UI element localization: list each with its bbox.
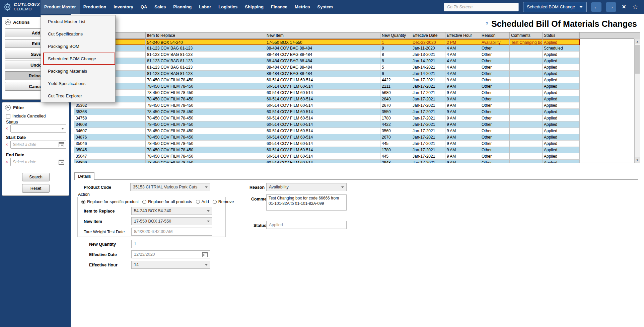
- clear-status-icon[interactable]: ×: [5, 126, 9, 131]
- cell-new-quantity[interactable]: 3560: [380, 128, 411, 134]
- cell-new-item[interactable]: 88-484 COV BAG 88-484: [265, 45, 380, 52]
- cell-reason[interactable]: Other: [480, 83, 510, 90]
- cell-id[interactable]: 35046: [74, 141, 146, 147]
- column-header-effective-hour[interactable]: Effective Hour: [445, 32, 480, 39]
- cell-effective-date[interactable]: Jan-14-2021: [411, 71, 445, 77]
- collapse-chevron-icon[interactable]: [5, 19, 11, 25]
- cell-effective-hour[interactable]: 9 AM: [445, 83, 480, 90]
- topnav-item-shipping[interactable]: Shipping: [241, 0, 267, 14]
- column-header-comments[interactable]: Comments: [510, 32, 543, 39]
- cell-id[interactable]: 34608: [74, 121, 146, 128]
- cell-reason[interactable]: Other: [480, 96, 510, 102]
- grid-vertical-scrollbar[interactable]: ▲ ▼: [634, 39, 640, 163]
- cell-effective-hour[interactable]: 9 AM: [445, 96, 480, 102]
- cell-status[interactable]: Applied: [543, 52, 580, 58]
- menu-item-packaging-materials[interactable]: Packaging Materials: [41, 65, 115, 77]
- cell-comments[interactable]: [510, 109, 543, 115]
- cell-comments[interactable]: [510, 83, 543, 90]
- cell-effective-date[interactable]: Jan-17-2021: [411, 90, 445, 96]
- cell-new-quantity[interactable]: 1780: [380, 147, 411, 153]
- cell-reason[interactable]: Other: [480, 153, 510, 160]
- clear-end-date-icon[interactable]: ×: [5, 160, 9, 164]
- cell-new-quantity[interactable]: 5680: [380, 90, 411, 96]
- topnav-item-planning[interactable]: Planning: [169, 0, 195, 14]
- cell-new-quantity[interactable]: 2211: [380, 83, 411, 90]
- grid-row[interactable]: 81-123 COV BAG 81-12388-484 COV BAG 88-4…: [74, 45, 640, 52]
- cell-new-quantity[interactable]: 8: [380, 45, 411, 52]
- topnav-item-product-master[interactable]: Product Master: [41, 0, 80, 14]
- column-header-status[interactable]: Status: [543, 32, 580, 39]
- cell-reason[interactable]: Other: [480, 90, 510, 96]
- cell-new-quantity[interactable]: 445: [380, 153, 411, 160]
- cell-effective-hour[interactable]: 4 AM: [445, 58, 480, 64]
- cell-effective-date[interactable]: Jan-17-2021: [411, 96, 445, 102]
- cell-effective-hour[interactable]: 9 AM: [445, 134, 480, 141]
- comments-textarea[interactable]: Test Changing box for code 66666 from 01…: [266, 194, 347, 211]
- effective-date-input[interactable]: 12/23/2020: [131, 250, 210, 258]
- cell-id[interactable]: 35362: [74, 102, 146, 109]
- cell-effective-hour[interactable]: 9 AM: [445, 109, 480, 115]
- favorite-button[interactable]: ☆: [632, 3, 639, 11]
- cell-effective-hour[interactable]: 9 AM: [445, 128, 480, 134]
- cell-item-to-replace[interactable]: 78-450 COV FILM 78-450: [146, 147, 265, 153]
- grid-row[interactable]: 78-450 COV FILM 78-45060-514 COV FILM 60…: [74, 83, 640, 90]
- cell-effective-date[interactable]: Jan-17-2021: [411, 134, 445, 141]
- cell-item-to-replace[interactable]: 78-450 COV FILM 78-450: [146, 153, 265, 160]
- collapse-chevron-icon[interactable]: [5, 105, 11, 110]
- cell-reason[interactable]: Other: [480, 102, 510, 109]
- cell-new-quantity[interactable]: 3550: [380, 109, 411, 115]
- goto-screen-input[interactable]: [444, 3, 519, 11]
- cell-reason[interactable]: Other: [480, 160, 510, 163]
- reason-select[interactable]: Availability: [266, 183, 347, 191]
- cell-new-item[interactable]: 60-514 COV FILM 60-514: [265, 109, 380, 115]
- grid-row[interactable]: 3504678-450 COV FILM 78-45060-514 COV FI…: [74, 141, 640, 147]
- calendar-icon[interactable]: [59, 142, 64, 147]
- grid-row[interactable]: 3475878-450 COV FILM 78-45060-514 COV FI…: [74, 115, 640, 121]
- cell-comments[interactable]: [510, 141, 543, 147]
- cell-item-to-replace[interactable]: 81-123 COV BAG 81-123: [146, 64, 265, 71]
- cell-new-item[interactable]: 60-514 COV FILM 60-514: [265, 121, 380, 128]
- cell-id[interactable]: 34899: [74, 160, 146, 163]
- cell-new-quantity[interactable]: 4422: [380, 77, 411, 83]
- cell-reason[interactable]: Other: [480, 52, 510, 58]
- include-cancelled-checkbox[interactable]: [6, 114, 10, 118]
- filter-panel-header[interactable]: Filter: [2, 102, 69, 112]
- topnav-item-metrics[interactable]: Metrics: [291, 0, 314, 14]
- cell-effective-hour[interactable]: 9 AM: [445, 160, 480, 163]
- cell-effective-date[interactable]: Jan-17-2021: [411, 109, 445, 115]
- grid-row[interactable]: 78-450 COV FILM 78-45060-514 COV FILM 60…: [74, 90, 640, 96]
- menu-item-scheduled-bom-change[interactable]: Scheduled BOM Change: [43, 53, 115, 65]
- column-header-reason[interactable]: Reason: [480, 32, 510, 39]
- column-header-new-quantity[interactable]: New Quantity: [380, 32, 411, 39]
- grid-row[interactable]: 81-123 COV BAG 81-12388-484 COV BAG 88-4…: [74, 71, 640, 77]
- cell-comments[interactable]: [510, 128, 543, 134]
- topnav-item-qa[interactable]: QA: [137, 0, 151, 14]
- grid-row[interactable]: 3489978-450 COV FILM 78-45060-514 COV FI…: [74, 160, 640, 163]
- topnav-item-inventory[interactable]: Inventory: [110, 0, 137, 14]
- cell-status[interactable]: Applied: [543, 71, 580, 77]
- cell-status[interactable]: Applied: [543, 147, 580, 153]
- cell-effective-hour[interactable]: 2 PM: [445, 39, 480, 45]
- cell-new-quantity[interactable]: 2670: [380, 102, 411, 109]
- cell-item-to-replace[interactable]: 78-450 COV FILM 78-450: [146, 141, 265, 147]
- cell-item-to-replace[interactable]: 78-450 COV FILM 78-450: [146, 109, 265, 115]
- menu-item-yield-specifications[interactable]: Yield Specifications: [41, 77, 115, 90]
- cell-effective-date[interactable]: Jan-17-2021: [411, 77, 445, 83]
- grid-row[interactable]: 81-123 COV BAG 81-12388-484 COV BAG 88-4…: [74, 52, 640, 58]
- cell-item-to-replace[interactable]: 78-450 COV FILM 78-450: [146, 96, 265, 102]
- cell-new-quantity[interactable]: 1: [380, 39, 411, 45]
- cell-comments[interactable]: Test Changing bo: [510, 39, 543, 45]
- cell-comments[interactable]: [510, 96, 543, 102]
- cell-reason[interactable]: Other: [480, 147, 510, 153]
- cell-comments[interactable]: [510, 52, 543, 58]
- screen-selector-dropdown[interactable]: Scheduled BOM Change: [523, 2, 587, 12]
- cell-comments[interactable]: [510, 64, 543, 71]
- cell-comments[interactable]: [510, 90, 543, 96]
- cell-id[interactable]: 34607: [74, 128, 146, 134]
- grid-row[interactable]: 78-450 COV FILM 78-45060-514 COV FILM 60…: [74, 96, 640, 102]
- cell-item-to-replace[interactable]: 81-123 COV BAG 81-123: [146, 71, 265, 77]
- grid-row[interactable]: 3504578-450 COV FILM 78-45060-514 COV FI…: [74, 147, 640, 153]
- start-date-input[interactable]: Select a date: [10, 141, 66, 149]
- cell-item-to-replace[interactable]: 78-450 COV FILM 78-450: [146, 83, 265, 90]
- column-header-blank[interactable]: [580, 32, 634, 39]
